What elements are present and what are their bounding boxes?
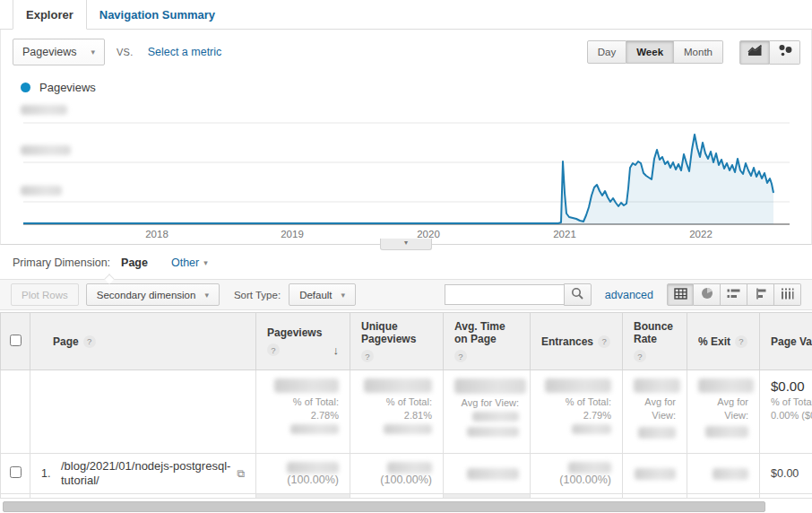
advanced-search-link[interactable]: advanced [605, 289, 653, 301]
col-header-page[interactable]: Page [53, 335, 79, 348]
plot-rows-button[interactable]: Plot Rows [11, 283, 79, 306]
chart-legend: Pageviews [21, 81, 96, 94]
redacted-total [545, 378, 611, 393]
col-header-exit[interactable]: % Exit [698, 335, 730, 348]
bounce-view-label: Avg for View: [634, 396, 676, 422]
chevron-down-icon: ▾ [203, 258, 208, 267]
percentage-view-button[interactable] [694, 283, 721, 306]
redacted-value [290, 424, 339, 434]
primary-dimension-label: Primary Dimension: [13, 256, 110, 269]
redacted-total [634, 378, 680, 393]
sort-descending-icon[interactable]: ↓ [333, 343, 340, 357]
page-url[interactable]: /blog/2021/01/nodejs-postgresql-tutorial… [61, 459, 233, 488]
search-button[interactable] [564, 283, 592, 306]
redacted-value [287, 462, 339, 474]
granularity-toggle: Day Week Month [587, 40, 723, 64]
redacted-y-label [21, 145, 71, 155]
table-search [445, 283, 592, 306]
sort-type-dropdown[interactable]: Default ▾ [289, 283, 356, 306]
help-icon[interactable]: ? [598, 335, 610, 348]
line-chart-view-button[interactable] [739, 40, 770, 65]
col-header-page-value[interactable]: Page Value [771, 335, 812, 348]
help-icon[interactable]: ? [361, 350, 374, 362]
help-icon[interactable]: ? [454, 350, 467, 362]
redacted-value [384, 424, 432, 434]
sort-type-label: Sort Type: [234, 290, 281, 300]
col-header-avg-time[interactable]: Avg. Time on Page [454, 320, 519, 345]
table-row[interactable]: 1. /blog/2021/01/nodejs-postgresql-tutor… [1, 454, 812, 494]
col-header-bounce-rate[interactable]: Bounce Rate [634, 320, 676, 345]
x-tick-label: 2022 [689, 229, 713, 239]
unique-pct: (100.00%) [380, 474, 432, 486]
pageviews-total-pct: % of Total: 2.78% [267, 396, 339, 422]
search-input[interactable] [445, 284, 564, 305]
search-icon [571, 287, 583, 303]
selected-dimension-notch [104, 274, 114, 283]
chart-area [23, 135, 773, 224]
pageviews-pct: (100.00%) [287, 474, 339, 486]
exit-view-label: Avg for View: [698, 396, 748, 422]
metric-selector-dropdown[interactable]: Pageviews ▾ [13, 39, 105, 65]
tab-navigation-summary[interactable]: Navigation Summary [87, 0, 228, 29]
help-icon[interactable]: ? [634, 350, 646, 362]
granularity-week-button[interactable]: Week [626, 40, 674, 64]
help-icon[interactable]: ? [735, 335, 747, 348]
sort-type-value: Default [299, 290, 332, 300]
chart-options: Day Week Month [587, 40, 800, 65]
header-row: Page ? Pageviews ? ↓ Unique Pageviews ? … [1, 313, 812, 370]
col-header-unique-pageviews[interactable]: Unique Pageviews [361, 320, 432, 345]
metric-selector-value: Pageviews [22, 46, 76, 58]
data-view-button[interactable] [667, 283, 694, 306]
open-in-new-icon[interactable]: ⧉ [237, 467, 245, 480]
pivot-icon [781, 287, 794, 303]
performance-view-button[interactable] [721, 283, 747, 306]
page-value-total-pct-2: 0.00% ($0.00) [771, 409, 812, 422]
redacted-total [274, 378, 339, 393]
dimension-other[interactable]: Other [171, 256, 199, 269]
pivot-view-button[interactable] [774, 283, 801, 306]
col-header-entrances[interactable]: Entrances [541, 335, 593, 348]
pages-table: Page ? Pageviews ? ↓ Unique Pageviews ? … [0, 312, 812, 499]
redacted-value [568, 462, 611, 474]
table-grid-icon [674, 287, 687, 303]
secondary-dimension-dropdown[interactable]: Secondary dimension ▾ [86, 283, 220, 306]
chevron-down-icon: ▾ [404, 239, 408, 247]
granularity-month-button[interactable]: Month [674, 40, 723, 64]
redacted-value [572, 424, 611, 434]
redacted-value [467, 427, 519, 437]
vs-label: vs. [117, 47, 134, 57]
col-header-pageviews[interactable]: Pageviews [267, 326, 322, 339]
redacted-value [635, 468, 676, 480]
redacted-value [638, 427, 676, 439]
x-tick-label: 2018 [145, 229, 168, 239]
scrollbar-thumb[interactable] [3, 501, 765, 512]
chevron-down-icon: ▾ [341, 291, 346, 300]
help-icon[interactable]: ? [267, 343, 280, 356]
redacted-y-label [21, 186, 62, 196]
redacted-total [454, 378, 526, 394]
granularity-day-button[interactable]: Day [587, 40, 626, 64]
tab-explorer[interactable]: Explorer [13, 0, 87, 30]
redacted-value [713, 468, 748, 480]
series-color-dot [21, 83, 30, 92]
page-value-total-pct-1: % of Total: [771, 396, 812, 409]
help-icon[interactable]: ? [83, 335, 96, 348]
select-all-checkbox[interactable] [10, 335, 22, 346]
dimension-page[interactable]: Page [121, 256, 148, 269]
chart-panel: Pageviews ▾ vs. Select a metric Day Week… [0, 30, 812, 245]
metric-controls: Pageviews ▾ vs. Select a metric Day Week… [13, 39, 800, 65]
x-tick-label: 2019 [281, 229, 304, 239]
horizontal-scrollbar[interactable] [0, 501, 812, 512]
totals-row: % of Total: 2.78% % of Total: 2.81% Avg … [1, 370, 812, 454]
redacted-value [472, 412, 519, 422]
bar-chart-icon [727, 287, 740, 303]
analytics-explorer-page: Explorer Navigation Summary Pageviews ▾ … [0, 0, 812, 513]
motion-chart-view-button[interactable] [770, 40, 800, 65]
chart-collapse-tab[interactable]: ▾ [380, 239, 432, 250]
row-checkbox[interactable] [10, 466, 22, 478]
select-a-metric-link[interactable]: Select a metric [148, 46, 222, 58]
redacted-total [698, 378, 754, 393]
pages-table-container: Page ? Pageviews ? ↓ Unique Pageviews ? … [0, 312, 812, 499]
avg-time-view-label: Avg for View: [454, 396, 519, 410]
comparison-view-button[interactable] [747, 283, 774, 306]
